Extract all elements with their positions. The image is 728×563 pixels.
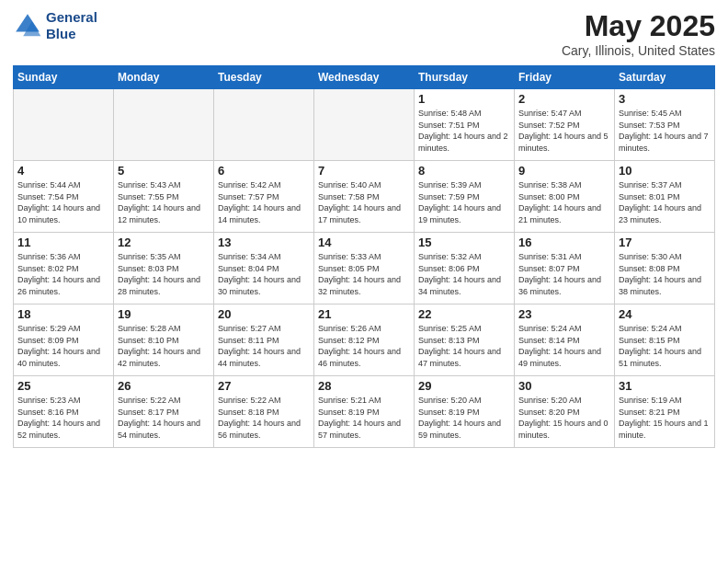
week-row-4: 18Sunrise: 5:29 AMSunset: 8:09 PMDayligh… [14, 304, 715, 376]
day-number: 15 [418, 236, 510, 249]
day-info: Sunrise: 5:33 AMSunset: 8:05 PMDaylight:… [318, 251, 410, 297]
day-info: Sunrise: 5:30 AMSunset: 8:08 PMDaylight:… [619, 251, 711, 297]
day-info: Sunrise: 5:39 AMSunset: 7:59 PMDaylight:… [418, 179, 510, 225]
day-info: Sunrise: 5:43 AMSunset: 7:55 PMDaylight:… [118, 179, 210, 225]
day-info: Sunrise: 5:24 AMSunset: 8:15 PMDaylight:… [619, 323, 711, 369]
weekday-header-saturday: Saturday [615, 66, 715, 89]
weekday-header-thursday: Thursday [415, 66, 515, 89]
day-number: 7 [318, 164, 410, 178]
day-number: 24 [619, 307, 711, 321]
week-row-5: 25Sunrise: 5:23 AMSunset: 8:16 PMDayligh… [14, 376, 715, 448]
day-info: Sunrise: 5:31 AMSunset: 8:07 PMDaylight:… [518, 251, 610, 297]
day-cell-30: 30Sunrise: 5:20 AMSunset: 8:20 PMDayligh… [515, 376, 615, 448]
day-number: 20 [218, 307, 310, 321]
day-number: 4 [17, 164, 109, 178]
day-cell-31: 31Sunrise: 5:19 AMSunset: 8:21 PMDayligh… [615, 376, 715, 448]
day-cell-9: 9Sunrise: 5:38 AMSunset: 8:00 PMDaylight… [515, 161, 615, 233]
day-number: 10 [619, 164, 711, 178]
header: General Blue May 2025 Cary, Illinois, Un… [13, 9, 715, 58]
day-info: Sunrise: 5:28 AMSunset: 8:10 PMDaylight:… [118, 323, 210, 369]
day-cell-28: 28Sunrise: 5:21 AMSunset: 8:19 PMDayligh… [314, 376, 415, 448]
day-info: Sunrise: 5:38 AMSunset: 8:00 PMDaylight:… [518, 179, 610, 225]
day-cell-2: 2Sunrise: 5:47 AMSunset: 7:52 PMDaylight… [515, 89, 615, 161]
day-number: 29 [418, 379, 510, 393]
day-info: Sunrise: 5:37 AMSunset: 8:01 PMDaylight:… [619, 179, 711, 225]
day-number: 6 [218, 164, 310, 178]
day-info: Sunrise: 5:20 AMSunset: 8:19 PMDaylight:… [418, 395, 510, 441]
day-cell-16: 16Sunrise: 5:31 AMSunset: 8:07 PMDayligh… [515, 233, 615, 304]
day-number: 11 [17, 236, 109, 249]
day-cell-7: 7Sunrise: 5:40 AMSunset: 7:58 PMDaylight… [314, 161, 415, 233]
day-cell-21: 21Sunrise: 5:26 AMSunset: 8:12 PMDayligh… [314, 304, 415, 376]
title-block: May 2025 Cary, Illinois, United States [562, 9, 715, 58]
day-info: Sunrise: 5:23 AMSunset: 8:16 PMDaylight:… [17, 395, 109, 441]
day-number: 5 [118, 164, 210, 178]
weekday-header-sunday: Sunday [14, 66, 114, 89]
day-info: Sunrise: 5:25 AMSunset: 8:13 PMDaylight:… [418, 323, 510, 369]
day-info: Sunrise: 5:45 AMSunset: 7:53 PMDaylight:… [619, 108, 711, 154]
day-info: Sunrise: 5:24 AMSunset: 8:14 PMDaylight:… [518, 323, 610, 369]
logo-text: General Blue [46, 9, 97, 42]
weekday-header-friday: Friday [515, 66, 615, 89]
day-number: 19 [118, 307, 210, 321]
weekday-header-tuesday: Tuesday [214, 66, 314, 89]
day-info: Sunrise: 5:35 AMSunset: 8:03 PMDaylight:… [118, 251, 210, 297]
day-cell-19: 19Sunrise: 5:28 AMSunset: 8:10 PMDayligh… [114, 304, 214, 376]
day-info: Sunrise: 5:19 AMSunset: 8:21 PMDaylight:… [619, 395, 711, 441]
day-info: Sunrise: 5:48 AMSunset: 7:51 PMDaylight:… [418, 108, 510, 154]
day-number: 27 [218, 379, 310, 393]
day-info: Sunrise: 5:22 AMSunset: 8:18 PMDaylight:… [218, 395, 310, 441]
day-number: 23 [518, 307, 610, 321]
day-cell-29: 29Sunrise: 5:20 AMSunset: 8:19 PMDayligh… [415, 376, 515, 448]
day-cell-22: 22Sunrise: 5:25 AMSunset: 8:13 PMDayligh… [415, 304, 515, 376]
day-number: 31 [619, 379, 711, 393]
day-number: 13 [218, 236, 310, 249]
day-cell-15: 15Sunrise: 5:32 AMSunset: 8:06 PMDayligh… [415, 233, 515, 304]
logo: General Blue [13, 9, 97, 42]
day-number: 8 [418, 164, 510, 178]
day-cell-24: 24Sunrise: 5:24 AMSunset: 8:15 PMDayligh… [615, 304, 715, 376]
day-cell-11: 11Sunrise: 5:36 AMSunset: 8:02 PMDayligh… [14, 233, 114, 304]
empty-cell [14, 89, 114, 161]
day-info: Sunrise: 5:22 AMSunset: 8:17 PMDaylight:… [118, 395, 210, 441]
location: Cary, Illinois, United States [562, 43, 715, 58]
day-cell-4: 4Sunrise: 5:44 AMSunset: 7:54 PMDaylight… [14, 161, 114, 233]
day-cell-13: 13Sunrise: 5:34 AMSunset: 8:04 PMDayligh… [214, 233, 314, 304]
day-number: 26 [118, 379, 210, 393]
weekday-header-monday: Monday [114, 66, 214, 89]
day-number: 16 [518, 236, 610, 249]
day-info: Sunrise: 5:40 AMSunset: 7:58 PMDaylight:… [318, 179, 410, 225]
day-cell-6: 6Sunrise: 5:42 AMSunset: 7:57 PMDaylight… [214, 161, 314, 233]
day-info: Sunrise: 5:34 AMSunset: 8:04 PMDaylight:… [218, 251, 310, 297]
day-cell-26: 26Sunrise: 5:22 AMSunset: 8:17 PMDayligh… [114, 376, 214, 448]
day-info: Sunrise: 5:27 AMSunset: 8:11 PMDaylight:… [218, 323, 310, 369]
day-info: Sunrise: 5:20 AMSunset: 8:20 PMDaylight:… [518, 395, 610, 441]
empty-cell [214, 89, 314, 161]
day-number: 28 [318, 379, 410, 393]
week-row-2: 4Sunrise: 5:44 AMSunset: 7:54 PMDaylight… [14, 161, 715, 233]
day-cell-18: 18Sunrise: 5:29 AMSunset: 8:09 PMDayligh… [14, 304, 114, 376]
day-number: 25 [17, 379, 109, 393]
day-cell-23: 23Sunrise: 5:24 AMSunset: 8:14 PMDayligh… [515, 304, 615, 376]
day-info: Sunrise: 5:29 AMSunset: 8:09 PMDaylight:… [17, 323, 109, 369]
logo-line1: General [46, 9, 97, 26]
weekday-header-row: SundayMondayTuesdayWednesdayThursdayFrid… [14, 66, 715, 89]
day-number: 3 [619, 92, 711, 106]
month-title: May 2025 [562, 9, 715, 43]
day-cell-20: 20Sunrise: 5:27 AMSunset: 8:11 PMDayligh… [214, 304, 314, 376]
day-cell-10: 10Sunrise: 5:37 AMSunset: 8:01 PMDayligh… [615, 161, 715, 233]
logo-line2: Blue [46, 26, 97, 42]
day-info: Sunrise: 5:36 AMSunset: 8:02 PMDaylight:… [17, 251, 109, 297]
day-info: Sunrise: 5:42 AMSunset: 7:57 PMDaylight:… [218, 179, 310, 225]
day-number: 22 [418, 307, 510, 321]
day-cell-1: 1Sunrise: 5:48 AMSunset: 7:51 PMDaylight… [415, 89, 515, 161]
weekday-header-wednesday: Wednesday [314, 66, 415, 89]
day-cell-17: 17Sunrise: 5:30 AMSunset: 8:08 PMDayligh… [615, 233, 715, 304]
day-cell-8: 8Sunrise: 5:39 AMSunset: 7:59 PMDaylight… [415, 161, 515, 233]
day-cell-3: 3Sunrise: 5:45 AMSunset: 7:53 PMDaylight… [615, 89, 715, 161]
day-cell-14: 14Sunrise: 5:33 AMSunset: 8:05 PMDayligh… [314, 233, 415, 304]
day-cell-25: 25Sunrise: 5:23 AMSunset: 8:16 PMDayligh… [14, 376, 114, 448]
empty-cell [114, 89, 214, 161]
day-number: 9 [518, 164, 610, 178]
day-number: 1 [418, 92, 510, 106]
